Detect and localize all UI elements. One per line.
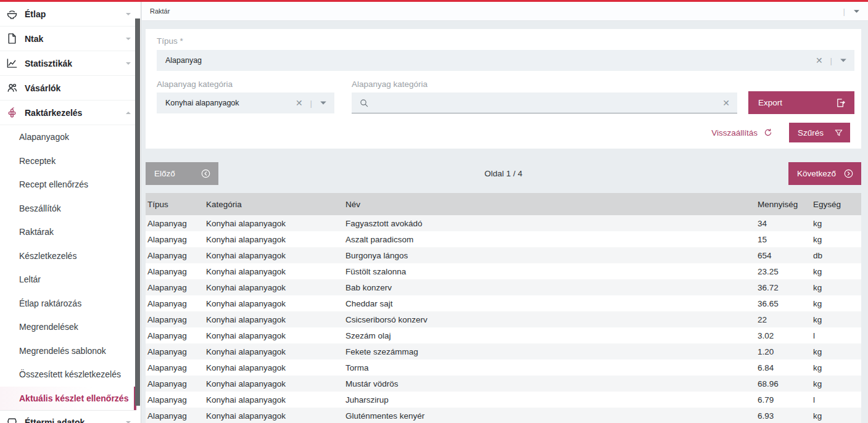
cell-egyseg: db — [813, 251, 861, 260]
chart-icon — [6, 57, 18, 69]
sidebar-item-label: Vásárlók — [25, 83, 131, 93]
tipus-value: Alapanyag — [157, 56, 816, 65]
tipus-select[interactable]: Alapanyag ✕ | — [157, 50, 854, 71]
export-icon — [835, 97, 846, 108]
table-row[interactable]: AlapanyagKonyhai alapanyagokBab konzerv3… — [146, 279, 861, 295]
table-row[interactable]: AlapanyagKonyhai alapanyagokFekete szezá… — [146, 343, 861, 359]
cell-kategoria: Konyhai alapanyagok — [206, 411, 345, 421]
cell-nev: Szezám olaj — [345, 331, 758, 340]
cell-mennyiseg: 15 — [758, 235, 813, 244]
chevron-down-icon[interactable] — [125, 36, 131, 42]
cell-nev: Gluténmentes kenyér — [345, 411, 758, 421]
cell-tipus: Alapanyag — [146, 267, 206, 276]
sidebar-item-beszallitok[interactable]: Beszállítók — [0, 197, 136, 221]
table-row[interactable]: AlapanyagKonyhai alapanyagokCheddar sajt… — [146, 295, 861, 311]
sidebar-item-label: Étlap — [25, 9, 118, 19]
sidebar-item-statisztikak[interactable]: Statisztikák — [0, 51, 136, 76]
cell-mennyiseg: 68.96 — [758, 379, 813, 388]
sidebar-subitem-label: Összesített készletkezelés — [19, 369, 121, 379]
chevron-down-icon[interactable] — [125, 419, 131, 423]
cell-mennyiseg: 34 — [758, 219, 813, 228]
sidebar-item-raktarkezeles[interactable]: Raktárkezelés — [0, 101, 136, 125]
prev-button-label: Előző — [154, 169, 175, 178]
cell-tipus: Alapanyag — [146, 283, 206, 292]
sidebar-item-osszesitett-keszletkezeles[interactable]: Összesített készletkezelés — [0, 363, 136, 387]
cell-egyseg: kg — [813, 363, 861, 372]
chevron-up-icon[interactable] — [125, 110, 131, 116]
filter-button[interactable]: Szűrés — [789, 123, 850, 142]
sidebar-item-label: Éttermi adatok — [25, 417, 118, 423]
prev-page-button[interactable]: Előző — [146, 162, 218, 185]
cell-tipus: Alapanyag — [146, 235, 206, 244]
export-button-label: Export — [758, 98, 782, 107]
next-page-button[interactable]: Következő — [788, 162, 861, 185]
sidebar-item-megrendelesek[interactable]: Megrendelések — [0, 315, 136, 339]
clear-icon[interactable]: ✕ — [816, 56, 823, 65]
filter-button-label: Szűrés — [798, 128, 824, 138]
search-icon — [359, 98, 369, 108]
sidebar-subitem-label: Aktuális készlet ellenőrzés — [19, 393, 128, 403]
table-row[interactable]: AlapanyagKonyhai alapanyagokBurgonya lán… — [146, 247, 861, 263]
cell-egyseg: kg — [813, 219, 861, 228]
kategoria-search-label: Alapanyag kategória — [352, 80, 428, 89]
sidebar-item-ntak[interactable]: Ntak — [0, 27, 136, 51]
next-button-label: Következő — [797, 169, 836, 178]
sidebar-item-raktarak[interactable]: Raktárak — [0, 220, 136, 244]
chevron-down-icon[interactable] — [125, 11, 131, 17]
table-row[interactable]: AlapanyagKonyhai alapanyagokFagyasztott … — [146, 215, 861, 231]
cell-nev: Torma — [345, 363, 758, 372]
kategoria-search-input[interactable]: ✕ — [352, 92, 737, 113]
cell-nev: Burgonya lángos — [345, 251, 758, 260]
sidebar-item-label: Raktárkezelés — [25, 108, 118, 118]
cell-mennyiseg: 1.20 — [758, 347, 813, 356]
sidebar-subitem-label: Recept ellenőrzés — [19, 179, 88, 189]
cell-nev: Bab konzerv — [345, 283, 758, 292]
sidebar-item-leltar[interactable]: Leltár — [0, 268, 136, 292]
field-separator: | — [310, 99, 312, 108]
cell-kategoria: Konyhai alapanyagok — [206, 347, 345, 356]
sidebar-subitem-label: Raktárak — [19, 227, 54, 237]
cell-egyseg: kg — [813, 315, 861, 324]
chevron-down-icon[interactable] — [853, 8, 860, 15]
table-row[interactable]: AlapanyagKonyhai alapanyagokGluténmentes… — [146, 408, 861, 423]
cell-mennyiseg: 36.65 — [758, 299, 813, 308]
sidebar-scrollbar[interactable] — [135, 18, 140, 406]
export-button[interactable]: Export — [748, 91, 854, 114]
sidebar-item-recept-ellenorzes[interactable]: Recept ellenőrzés — [0, 173, 136, 197]
cell-kategoria: Konyhai alapanyagok — [206, 283, 345, 292]
cell-nev: Fekete szezámmag — [345, 347, 758, 356]
sidebar-subitem-label: Beszállítók — [19, 203, 61, 213]
table-header-row: Típus Kategória Név Mennyiség Egység — [146, 193, 861, 215]
chevron-down-icon[interactable] — [125, 60, 131, 67]
clear-icon[interactable]: ✕ — [722, 99, 730, 107]
table-row[interactable]: AlapanyagKonyhai alapanyagokJuharszirup6… — [146, 392, 861, 408]
cell-tipus: Alapanyag — [146, 315, 206, 324]
cell-egyseg: kg — [813, 299, 861, 308]
table-row[interactable]: AlapanyagKonyhai alapanyagokFüstölt szal… — [146, 263, 861, 279]
table-row[interactable]: AlapanyagKonyhai alapanyagokSzezám olaj3… — [146, 327, 861, 343]
chevron-down-icon[interactable] — [320, 99, 327, 107]
chevron-down-icon[interactable] — [840, 57, 847, 64]
table-row[interactable]: AlapanyagKonyhai alapanyagokCsicseribors… — [146, 311, 861, 327]
sidebar-item-etlap-raktarozas[interactable]: Étlap raktározás — [0, 292, 136, 316]
table-row[interactable]: AlapanyagKonyhai alapanyagokAszalt parad… — [146, 231, 861, 247]
sidebar-item-etlap[interactable]: Étlap — [0, 2, 136, 27]
sidebar-item-aktualis-keszlet-ellenorzes[interactable]: Aktuális készlet ellenőrzés — [0, 387, 136, 411]
sidebar-item-receptek[interactable]: Receptek — [0, 149, 136, 173]
cell-mennyiseg: 6.84 — [758, 363, 813, 372]
kategoria-select[interactable]: Konyhai alapanyagok ✕ | — [157, 92, 334, 113]
table-row[interactable]: AlapanyagKonyhai alapanyagokTorma6.84kg — [146, 359, 861, 376]
filter-panel: Típus * Alapanyag ✕ | Alapanyag kategóri… — [146, 29, 861, 149]
cell-mennyiseg: 22 — [758, 315, 813, 324]
sidebar-item-vasarlok[interactable]: Vásárlók — [0, 76, 136, 101]
sidebar-item-megrendeles-sablonok[interactable]: Megrendelés sablonok — [0, 339, 136, 363]
sidebar-item-alapanyagok[interactable]: Alapanyagok — [0, 125, 136, 149]
sidebar-subitem-label: Leltár — [19, 274, 41, 284]
sidebar-item-label: Ntak — [25, 34, 118, 44]
sidebar-item-keszletkezeles[interactable]: Készletkezelés — [0, 244, 136, 268]
cell-egyseg: l — [813, 331, 861, 340]
table-row[interactable]: AlapanyagKonyhai alapanyagokMustár vödrö… — [146, 376, 861, 392]
sidebar-item-ettermi-adatok[interactable]: Éttermi adatok — [0, 410, 136, 423]
reset-link[interactable]: Visszaállítás — [711, 128, 773, 138]
clear-icon[interactable]: ✕ — [296, 99, 303, 107]
